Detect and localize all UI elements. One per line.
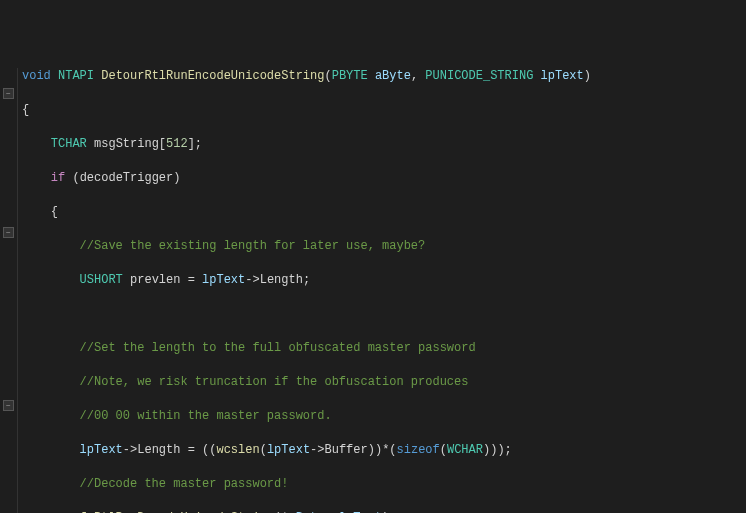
keyword: void — [22, 69, 51, 83]
code-line: { — [22, 102, 746, 119]
code-line: TCHAR msgString[512]; — [22, 136, 746, 153]
fold-marker[interactable]: − — [3, 227, 14, 238]
code-line: //00 00 within the master password. — [22, 408, 746, 425]
param: lpText — [541, 69, 584, 83]
code-line: lpText->Length = ((wcslen(lpText->Buffer… — [22, 442, 746, 459]
fold-marker[interactable]: − — [3, 400, 14, 411]
code-line: //Set the length to the full obfuscated … — [22, 340, 746, 357]
type: USHORT — [80, 273, 123, 287]
code-line: //Note, we risk truncation if the obfusc… — [22, 374, 746, 391]
comment: //Decode the master password! — [80, 477, 289, 491]
type: NTAPI — [58, 69, 94, 83]
code-editor: − − − void NTAPI DetourRtlRunEncodeUnico… — [0, 68, 746, 513]
comment: //Set the length to the full obfuscated … — [80, 341, 476, 355]
comment: //Save the existing length for later use… — [80, 239, 426, 253]
code-line: if (decodeTrigger) — [22, 170, 746, 187]
comment: //00 00 within the master password. — [80, 409, 332, 423]
type: PUNICODE_STRING — [425, 69, 533, 83]
comment: //Note, we risk truncation if the obfusc… — [80, 375, 469, 389]
code-line: void NTAPI DetourRtlRunEncodeUnicodeStri… — [22, 68, 746, 85]
code-line: //Save the existing length for later use… — [22, 238, 746, 255]
keyword: if — [51, 171, 65, 185]
fold-marker[interactable]: − — [3, 88, 14, 99]
code-line — [22, 306, 746, 323]
code-line: //Decode the master password! — [22, 476, 746, 493]
code-line: { — [22, 204, 746, 221]
type: TCHAR — [51, 137, 87, 151]
function-name: DetourRtlRunEncodeUnicodeString — [101, 69, 324, 83]
type: PBYTE — [332, 69, 368, 83]
code-line: USHORT prevlen = lpText->Length; — [22, 272, 746, 289]
param: aByte — [375, 69, 411, 83]
code-area[interactable]: void NTAPI DetourRtlRunEncodeUnicodeStri… — [18, 68, 746, 513]
fold-gutter: − − − — [0, 68, 18, 513]
